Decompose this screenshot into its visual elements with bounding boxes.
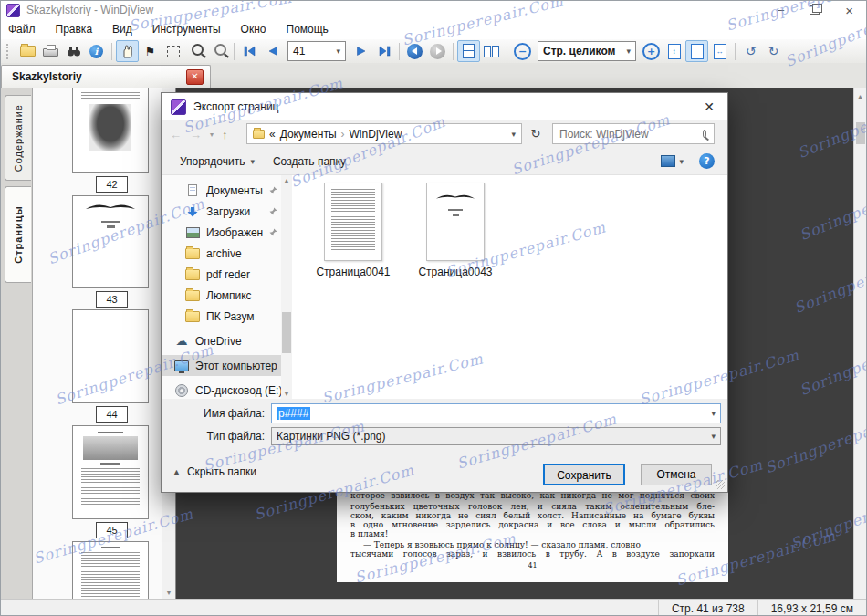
tree-item-documents[interactable]: Документы <box>162 180 281 201</box>
search-input[interactable] <box>558 127 703 141</box>
window-title: SkazkyIstoriy - WinDjView <box>26 4 153 16</box>
next-page-button[interactable] <box>350 40 372 62</box>
about-button[interactable] <box>85 40 108 62</box>
menu-file[interactable]: Файл <box>8 23 36 36</box>
tree-item-onedrive[interactable]: ☁ OneDrive <box>162 330 281 351</box>
tree-item-this-pc[interactable]: Этот компьютер <box>162 355 281 376</box>
fit-page-button[interactable] <box>685 40 708 62</box>
zoom-select-tool-button[interactable] <box>207 40 230 62</box>
find-button[interactable] <box>62 40 85 62</box>
view-mode-button[interactable]: ▾ <box>661 155 684 167</box>
minimize-icon[interactable]: – <box>778 4 785 16</box>
tab-skazkyistoriy[interactable]: SkazkyIstoriy ✕ <box>1 65 211 88</box>
sidebar-tab-pages[interactable]: Страницы <box>5 186 31 283</box>
forward-button[interactable] <box>426 40 449 62</box>
tab-close-icon[interactable]: ✕ <box>186 69 204 85</box>
page-number-combobox[interactable]: 41 ▾ <box>287 41 346 61</box>
new-folder-button[interactable]: Создать папку <box>273 155 346 168</box>
thumbnail-panel: 42 43 44 45 ▲ ▼ <box>33 88 176 599</box>
pan-tool-button[interactable] <box>116 40 139 62</box>
first-page-button[interactable] <box>238 40 261 62</box>
zoom-in-button[interactable]: + <box>640 40 663 62</box>
tree-item-pictures[interactable]: Изображени <box>162 222 281 243</box>
cancel-button[interactable]: Отмена <box>641 464 712 485</box>
nav-forward-icon[interactable]: → <box>190 128 202 141</box>
marquee-icon <box>167 46 180 57</box>
scroll-up-icon[interactable]: ▲ <box>854 93 866 99</box>
dialog-title: Экспорт страниц <box>193 100 278 113</box>
nav-back-icon[interactable]: ← <box>170 128 182 141</box>
last-page-button[interactable] <box>372 40 395 62</box>
search-icon[interactable] <box>703 130 706 138</box>
breadcrumb-windjview[interactable]: WinDjView <box>350 128 402 141</box>
filetype-combobox[interactable]: Картинки PNG (*.png) ▾ <box>271 427 721 445</box>
select-rect-tool-button[interactable] <box>162 40 184 62</box>
menu-tools[interactable]: Инструменты <box>152 23 221 36</box>
print-button[interactable] <box>39 40 62 62</box>
help-button[interactable]: ? <box>699 153 715 169</box>
file-item[interactable]: Страница0043 <box>401 183 510 278</box>
breadcrumb[interactable]: « Документы › WinDjView ▾ <box>246 123 522 144</box>
previous-page-button[interactable] <box>261 40 284 62</box>
page-thumbnail-45[interactable] <box>72 425 149 519</box>
scroll-down-icon[interactable]: ▼ <box>281 391 292 397</box>
file-item[interactable]: Страница0041 <box>298 183 408 278</box>
menu-view[interactable]: Вид <box>112 23 132 36</box>
filetype-row: Тип файла: Картинки PNG (*.png) ▾ <box>162 427 727 449</box>
tree-item-lumpiks[interactable]: Люмпикс <box>162 285 281 306</box>
pin-icon <box>269 207 277 215</box>
scroll-up-icon[interactable]: ▲ <box>281 177 292 183</box>
tree-scrollbar[interactable]: ▲ ▼ <box>281 175 292 399</box>
fit-width-button[interactable]: ↔ <box>708 40 731 62</box>
filename-combobox[interactable]: p#### ▾ <box>271 403 721 423</box>
tree-item-pk-razum[interactable]: ПК Разум <box>162 306 281 327</box>
resize-grip[interactable] <box>716 480 725 489</box>
menu-edit[interactable]: Правка <box>56 23 93 36</box>
menu-help[interactable]: Помощь <box>287 23 329 36</box>
tree-item-cd-drive[interactable]: CD-дисковод (E:) <box>162 380 281 399</box>
document-scrollbar[interactable]: ▲ <box>853 88 866 599</box>
scrollbar-thumb[interactable] <box>282 312 291 353</box>
scroll-down-icon[interactable]: ▼ <box>162 590 175 596</box>
page-thumbnail-46[interactable] <box>72 541 149 599</box>
page-thumbnail-44[interactable] <box>72 309 149 403</box>
rotate-left-icon: ↺ <box>746 45 757 57</box>
tree-item-downloads[interactable]: Загрузки <box>162 201 281 222</box>
hide-folders-button[interactable]: ▲ Скрыть папки <box>172 465 256 478</box>
page-thumbnail-42[interactable] <box>72 88 149 173</box>
save-button[interactable]: Сохранить <box>543 464 625 485</box>
restore-icon[interactable] <box>810 5 820 15</box>
chevron-down-icon[interactable]: ▾ <box>711 409 716 418</box>
scrollbar-thumb[interactable] <box>856 122 865 144</box>
dialog-close-icon[interactable]: ✕ <box>700 98 718 116</box>
tree-item-pdf-reder[interactable]: pdf reder <box>162 264 281 285</box>
rotate-left-button[interactable]: ↺ <box>739 40 762 62</box>
window-controls: – × <box>778 3 866 18</box>
zoom-mode-combobox[interactable]: Стр. целиком ▾ <box>538 41 636 61</box>
continuous-layout-button[interactable] <box>457 40 480 62</box>
chevron-down-icon[interactable]: ▾ <box>711 432 716 441</box>
menu-window[interactable]: Окно <box>241 23 266 36</box>
magnify-tool-button[interactable] <box>184 40 207 62</box>
zoom-out-icon: − <box>514 43 531 60</box>
fit-height-button[interactable]: ↕ <box>663 40 685 62</box>
organize-button[interactable]: Упорядочить ▾ <box>180 155 255 168</box>
nav-history-chevron-icon[interactable]: ▾ <box>210 131 214 139</box>
rotate-right-button[interactable]: ↻ <box>762 40 785 62</box>
tree-item-archive[interactable]: archive <box>162 243 281 264</box>
nav-up-icon[interactable]: ↑ <box>222 128 228 141</box>
page-thumbnail-43[interactable] <box>72 195 149 288</box>
toolbar: ⚑ 41 ▾ − Стр. целиком ▾ + <box>1 39 867 64</box>
open-file-button[interactable] <box>16 40 39 62</box>
filetype-value: Картинки PNG (*.png) <box>277 430 386 443</box>
facing-pages-button[interactable] <box>480 40 503 62</box>
close-icon[interactable]: × <box>845 3 853 18</box>
sidebar-tab-contents[interactable]: Содержание <box>5 95 31 181</box>
select-text-tool-button[interactable]: ⚑ <box>139 40 162 62</box>
zoom-out-button[interactable]: − <box>511 40 534 62</box>
breadcrumb-documents[interactable]: Документы <box>280 128 337 141</box>
refresh-icon[interactable]: ↻ <box>526 123 546 144</box>
back-button[interactable] <box>403 40 426 62</box>
breadcrumb-chevron-icon[interactable]: ▾ <box>511 130 516 139</box>
page-number-badge: 42 <box>96 176 128 193</box>
